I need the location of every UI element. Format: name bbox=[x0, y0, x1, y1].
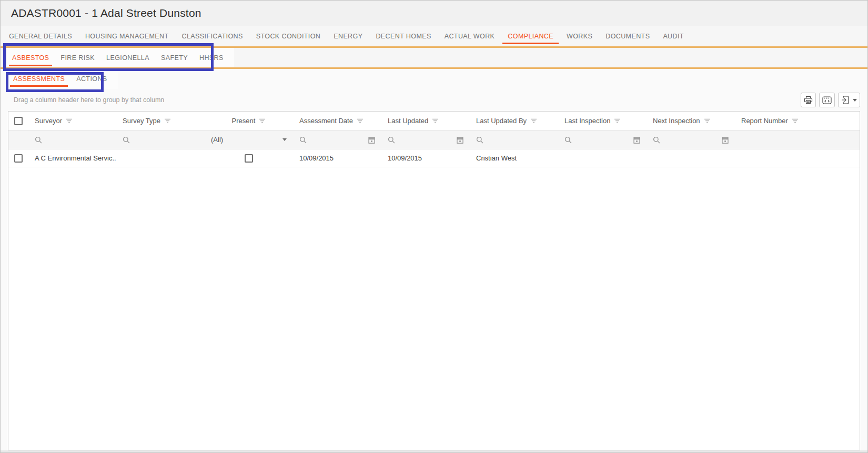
header-filter-icon[interactable] bbox=[164, 118, 171, 123]
tab-actual-work[interactable]: ACTUAL WORK bbox=[439, 26, 500, 46]
column-header-last-updated[interactable]: Last Updated bbox=[381, 117, 470, 125]
cell-surveyor: A C Environmental Servic... bbox=[28, 154, 116, 162]
export-data-button[interactable] bbox=[838, 93, 860, 107]
filter-input-last-updated-by[interactable] bbox=[470, 130, 558, 149]
chevron-down-icon[interactable] bbox=[853, 99, 857, 102]
search-icon bbox=[653, 136, 660, 144]
column-header-survey-type[interactable]: Survey Type bbox=[116, 117, 205, 125]
cell-last-updated-by: Cristian West bbox=[470, 154, 558, 162]
column-header-next-inspection[interactable]: Next Inspection bbox=[647, 117, 735, 125]
page-title: ADASTR0001 - 1 Adal Street Dunston bbox=[11, 7, 201, 19]
asbestos-section-tabs: ASSESSMENTS ACTIONS bbox=[8, 69, 118, 89]
print-button[interactable] bbox=[801, 93, 816, 107]
column-header-report-number[interactable]: Report Number bbox=[735, 117, 860, 125]
filter-input-report-number[interactable] bbox=[735, 130, 860, 149]
document-export-icon bbox=[841, 96, 849, 104]
header-filter-icon[interactable] bbox=[530, 118, 537, 123]
calendar-icon[interactable] bbox=[457, 136, 463, 144]
header-filter-icon[interactable] bbox=[66, 118, 73, 123]
subtab-hhsrs[interactable]: HHSRS bbox=[196, 48, 227, 67]
filter-input-last-updated[interactable] bbox=[381, 130, 470, 149]
filter-input-survey-type[interactable] bbox=[116, 130, 205, 149]
chevron-down-icon[interactable] bbox=[282, 138, 287, 141]
tab-audit[interactable]: AUDIT bbox=[658, 26, 689, 46]
header-filter-icon[interactable] bbox=[792, 118, 799, 123]
filter-select-column bbox=[8, 130, 28, 149]
row-select-cell bbox=[8, 154, 28, 163]
app-window: ADASTR0001 - 1 Adal Street Dunston GENER… bbox=[0, 0, 868, 453]
grid-toolbar-buttons bbox=[798, 93, 860, 107]
column-header-surveyor[interactable]: Surveyor bbox=[28, 117, 116, 125]
tab-actions[interactable]: ACTIONS bbox=[73, 69, 110, 89]
tab-energy[interactable]: ENERGY bbox=[328, 26, 368, 46]
grid-filter-row: (All) bbox=[8, 130, 860, 149]
compliance-sub-tabs: ASBESTOS FIRE RISK LEGIONELLA SAFETY HHS… bbox=[7, 48, 234, 67]
search-icon bbox=[388, 136, 395, 144]
cell-present bbox=[205, 154, 293, 163]
main-tab-bar: GENERAL DETAILS HOUSING MANAGEMENT CLASS… bbox=[1, 26, 867, 48]
column-header-assessment-date[interactable]: Assessment Date bbox=[293, 117, 381, 125]
calendar-icon[interactable] bbox=[722, 136, 729, 144]
filter-input-last-inspection[interactable] bbox=[558, 130, 647, 149]
filter-dropdown-present[interactable]: (All) bbox=[205, 130, 293, 149]
grid-toolbar-row: Drag a column header here to group by th… bbox=[1, 89, 867, 111]
subtab-legionella[interactable]: LEGIONELLA bbox=[103, 48, 153, 67]
header-filter-icon[interactable] bbox=[432, 118, 439, 123]
grid-empty-area bbox=[8, 167, 860, 450]
column-header-last-inspection[interactable]: Last Inspection bbox=[558, 117, 647, 125]
asbestos-content: ASSESSMENTS ACTIONS Drag a column header… bbox=[1, 69, 867, 453]
calendar-icon[interactable] bbox=[633, 136, 640, 144]
title-bar: ADASTR0001 - 1 Adal Street Dunston bbox=[1, 1, 867, 26]
window-bottom-edge bbox=[1, 450, 867, 453]
header-filter-icon[interactable] bbox=[357, 118, 364, 123]
column-header-last-updated-by[interactable]: Last Updated By bbox=[470, 117, 558, 125]
filter-input-assessment-date[interactable] bbox=[293, 130, 381, 149]
search-icon bbox=[123, 136, 130, 144]
grid-header-row: Surveyor Survey Type Present bbox=[8, 112, 860, 130]
search-icon bbox=[35, 136, 42, 144]
subtab-safety[interactable]: SAFETY bbox=[158, 48, 191, 67]
tab-housing-management[interactable]: HOUSING MANAGEMENT bbox=[80, 26, 174, 46]
search-icon bbox=[564, 136, 572, 144]
assessments-grid: Surveyor Survey Type Present bbox=[8, 111, 860, 450]
header-filter-icon[interactable] bbox=[704, 118, 711, 123]
select-all-cell bbox=[8, 117, 28, 125]
tab-works[interactable]: WORKS bbox=[561, 26, 598, 46]
tab-general-details[interactable]: GENERAL DETAILS bbox=[4, 26, 77, 46]
present-checkbox[interactable] bbox=[245, 154, 253, 163]
export-html-button[interactable] bbox=[819, 93, 835, 107]
tab-compliance[interactable]: COMPLIANCE bbox=[502, 26, 559, 46]
printer-icon bbox=[804, 96, 813, 104]
table-row[interactable]: A C Environmental Servic... 10/09/2015 1… bbox=[8, 149, 860, 167]
filter-input-surveyor[interactable] bbox=[28, 130, 116, 149]
compliance-sub-tab-strip: ASBESTOS FIRE RISK LEGIONELLA SAFETY HHS… bbox=[1, 48, 867, 69]
subtab-asbestos[interactable]: ASBESTOS bbox=[9, 48, 52, 67]
cell-last-updated: 10/09/2015 bbox=[381, 154, 470, 162]
tab-documents[interactable]: DOCUMENTS bbox=[600, 26, 655, 46]
row-select-checkbox[interactable] bbox=[14, 154, 23, 163]
calendar-icon[interactable] bbox=[368, 136, 375, 144]
search-icon bbox=[476, 136, 483, 144]
search-icon bbox=[299, 136, 307, 144]
tab-assessments[interactable]: ASSESSMENTS bbox=[10, 69, 68, 89]
column-header-present[interactable]: Present bbox=[205, 117, 293, 125]
tab-classifications[interactable]: CLASSIFICATIONS bbox=[177, 26, 248, 46]
select-all-checkbox[interactable] bbox=[14, 117, 23, 125]
code-window-icon bbox=[822, 96, 832, 104]
filter-input-next-inspection[interactable] bbox=[647, 130, 735, 149]
header-filter-icon[interactable] bbox=[614, 118, 621, 123]
subtab-fire-risk[interactable]: FIRE RISK bbox=[57, 48, 98, 67]
header-filter-icon[interactable] bbox=[259, 118, 266, 123]
tab-stock-condition[interactable]: STOCK CONDITION bbox=[251, 26, 326, 46]
group-by-drop-zone[interactable]: Drag a column header here to group by th… bbox=[14, 96, 164, 104]
tab-decent-homes[interactable]: DECENT HOMES bbox=[370, 26, 436, 46]
cell-assessment-date: 10/09/2015 bbox=[293, 154, 381, 162]
